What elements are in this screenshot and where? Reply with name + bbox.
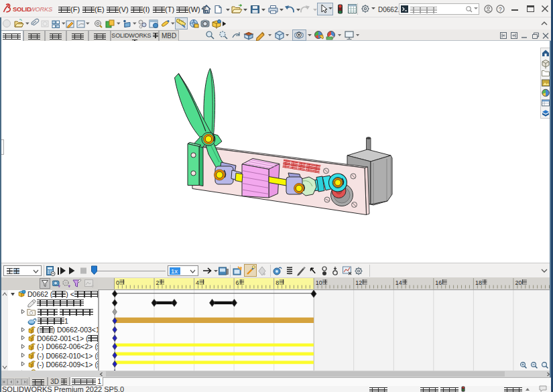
svg-text:0: 0 (116, 279, 119, 286)
svg-text:SOLID: SOLID (13, 6, 32, 13)
svg-text:16: 16 (435, 279, 442, 286)
svg-text:?: ? (499, 6, 502, 13)
svg-text:10: 10 (316, 279, 322, 286)
svg-text:18: 18 (475, 279, 482, 286)
svg-text:12: 12 (355, 279, 362, 286)
svg-text:WORKS: WORKS (29, 6, 53, 13)
svg-text:2: 2 (156, 279, 160, 286)
svg-text:14: 14 (395, 279, 402, 286)
svg-text:20: 20 (515, 279, 521, 286)
svg-text:8: 8 (275, 279, 279, 286)
svg-text:6: 6 (236, 279, 239, 286)
svg-text:4: 4 (196, 279, 199, 286)
